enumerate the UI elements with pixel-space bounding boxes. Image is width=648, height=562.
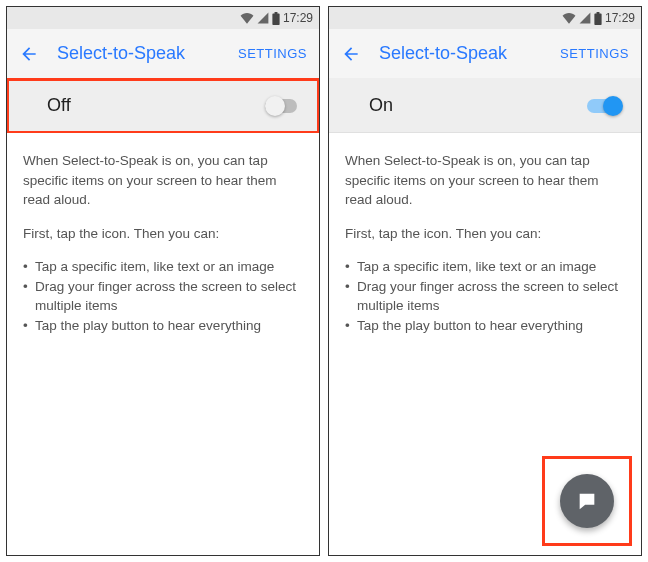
desc-p1: When Select-to-Speak is on, you can tap …: [345, 151, 625, 210]
fab-highlight: [543, 457, 631, 545]
desc-p2: First, tap the icon. Then you can:: [23, 224, 303, 244]
arrow-left-icon: [341, 44, 361, 64]
arrow-left-icon: [19, 44, 39, 64]
phone-left: 17:29 Select-to-Speak SETTINGS Off When …: [6, 6, 320, 556]
desc-p1: When Select-to-Speak is on, you can tap …: [23, 151, 303, 210]
signal-icon: [579, 12, 591, 24]
status-bar: 17:29: [7, 7, 319, 29]
settings-link[interactable]: SETTINGS: [560, 46, 629, 61]
status-time: 17:29: [283, 11, 313, 25]
status-time: 17:29: [605, 11, 635, 25]
desc-bullets: • Tap a specific item, like text or an i…: [23, 257, 303, 335]
app-bar: Select-to-Speak SETTINGS: [329, 29, 641, 79]
status-icons: 17:29: [562, 11, 635, 25]
desc-p2: First, tap the icon. Then you can:: [345, 224, 625, 244]
status-bar: 17:29: [329, 7, 641, 29]
page-title: Select-to-Speak: [379, 43, 560, 64]
back-button[interactable]: [19, 44, 39, 64]
toggle-label: On: [369, 95, 587, 116]
toggle-switch[interactable]: [265, 96, 301, 116]
phone-right: 17:29 Select-to-Speak SETTINGS On When S…: [328, 6, 642, 556]
battery-icon: [594, 12, 602, 25]
signal-icon: [257, 12, 269, 24]
switch-thumb: [265, 96, 285, 116]
app-bar: Select-to-Speak SETTINGS: [7, 29, 319, 79]
switch-thumb: [603, 96, 623, 116]
toggle-label: Off: [47, 95, 265, 116]
settings-link[interactable]: SETTINGS: [238, 46, 307, 61]
battery-icon: [272, 12, 280, 25]
bullet-item: • Drag your finger across the screen to …: [345, 277, 625, 316]
speech-bubble-icon: [576, 490, 598, 512]
page-title: Select-to-Speak: [57, 43, 238, 64]
wifi-icon: [240, 12, 254, 24]
wifi-icon: [562, 12, 576, 24]
bullet-item: • Tap the play button to hear everything: [345, 316, 625, 336]
toggle-row[interactable]: On: [329, 79, 641, 133]
description: When Select-to-Speak is on, you can tap …: [7, 133, 319, 555]
toggle-row[interactable]: Off: [7, 79, 319, 133]
toggle-switch[interactable]: [587, 96, 623, 116]
status-icons: 17:29: [240, 11, 313, 25]
desc-bullets: • Tap a specific item, like text or an i…: [345, 257, 625, 335]
bullet-item: • Tap the play button to hear everything: [23, 316, 303, 336]
back-button[interactable]: [341, 44, 361, 64]
select-to-speak-fab[interactable]: [560, 474, 614, 528]
bullet-item: • Tap a specific item, like text or an i…: [23, 257, 303, 277]
bullet-item: • Drag your finger across the screen to …: [23, 277, 303, 316]
bullet-item: • Tap a specific item, like text or an i…: [345, 257, 625, 277]
